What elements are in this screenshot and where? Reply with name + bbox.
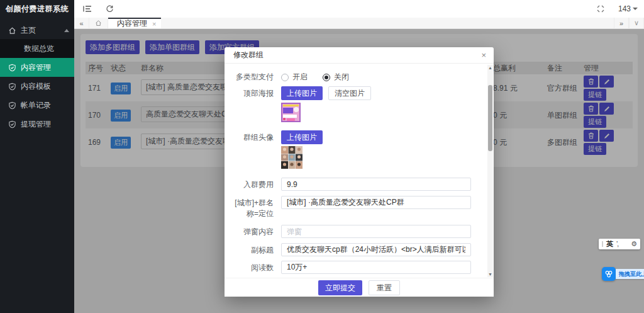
field-join-fee: 入群费用 [233, 178, 471, 191]
radio-label: 关闭 [334, 72, 349, 83]
field-label: 多类型支付 [233, 70, 274, 83]
sidebar-item-label: 内容模板 [21, 81, 51, 92]
field-label: [城市]+群名称=定位 [233, 196, 274, 219]
radio-pay-off[interactable]: 关闭 [323, 72, 349, 83]
tabs-more-icon[interactable]: ∨ [629, 18, 644, 28]
clear-poster-button[interactable]: 清空图片 [328, 86, 371, 100]
read-count-input[interactable] [281, 261, 471, 274]
submit-button[interactable]: 立即提交 [318, 280, 362, 295]
refresh-icon[interactable] [106, 5, 114, 13]
reset-button[interactable]: 重置 [369, 280, 400, 295]
field-popup-content: 弹窗内容 [233, 225, 471, 238]
message-count: 143 [618, 4, 631, 13]
popup-content-input[interactable] [281, 225, 471, 238]
field-label: 弹窗内容 [233, 225, 274, 237]
field-subtitle: 副标题 [233, 243, 471, 256]
sidebar-item-label: 主页 [21, 25, 36, 36]
caret-down-icon [633, 8, 638, 10]
sidebar-item-label: 内容管理 [21, 62, 51, 73]
ime-language-indicator[interactable]: 英 [606, 239, 613, 249]
upload-poster-button[interactable]: 上传图片 [281, 86, 323, 100]
poster-preview-image[interactable] [281, 103, 471, 124]
field-label: 群组头像 [233, 130, 274, 143]
modal-body: 多类型支付 开启 关闭 顶部海报 上传图片 清空图片 [225, 64, 485, 278]
chevron-up-icon [64, 29, 69, 32]
top-toolbar: 143 [74, 0, 644, 18]
sidebar-item-overview[interactable]: 数据总览 [0, 39, 74, 58]
fullscreen-icon[interactable] [597, 5, 604, 13]
home-icon [8, 26, 16, 35]
upload-drop-widget[interactable]: 拖拽至此上传 [602, 267, 644, 281]
sidebar-item-home[interactable]: 主页 [0, 21, 74, 39]
avatar-preview-image[interactable] [281, 146, 471, 171]
ime-toolbar[interactable]: 英 ’, ⚙ [599, 239, 640, 249]
tab-home-icon[interactable] [89, 18, 108, 28]
message-count-dropdown[interactable]: 143 [618, 4, 638, 13]
shield-check-icon [8, 64, 16, 72]
sidebar-item-withdraw-manage[interactable]: 提现管理 [0, 115, 74, 134]
sidebar-item-content-template[interactable]: 内容模板 [0, 77, 74, 96]
sidebar-item-label: 帐单记录 [21, 100, 51, 111]
shield-check-icon [8, 101, 16, 110]
scroll-down-icon[interactable]: ▼ [487, 271, 493, 277]
tabs-scroll-left[interactable]: « [74, 18, 89, 28]
field-label: 副标题 [233, 243, 274, 256]
sidebar: 创颜付费进群系统 主页 数据总览 内容管理 内容模板 帐单记录 提现管理 [0, 0, 74, 313]
tab-content-manage[interactable]: 内容管理 × [108, 18, 161, 28]
collapse-menu-icon[interactable] [83, 5, 92, 13]
radio-circle-icon [323, 74, 330, 81]
modal-header: 修改群组 × [225, 47, 494, 64]
modal-title: 修改群组 [233, 50, 264, 60]
modal-footer: 立即提交 重置 [225, 278, 494, 297]
tab-label: 内容管理 [117, 18, 147, 29]
group-name-input[interactable] [281, 196, 471, 209]
edit-group-modal: 修改群组 × 多类型支付 开启 关闭 顶部海报 上传图片 清空图片 [225, 47, 494, 297]
field-pay-type: 多类型支付 开启 关闭 [233, 70, 471, 83]
field-group-name: [城市]+群名称=定位 [233, 196, 471, 219]
gear-icon[interactable]: ⚙ [631, 240, 637, 248]
upload-avatar-button[interactable]: 上传图片 [281, 130, 323, 144]
upload-cloud-icon[interactable] [602, 267, 616, 281]
close-icon[interactable]: × [481, 50, 486, 60]
modal-scrollbar[interactable]: ▲ ▼ [487, 65, 493, 277]
radio-label: 开启 [292, 72, 308, 83]
radio-pay-on[interactable]: 开启 [281, 72, 308, 83]
field-group-avatar: 群组头像 上传图片 [233, 130, 471, 144]
ime-punctuation-indicator[interactable]: ’, [616, 241, 618, 248]
join-fee-input[interactable] [281, 178, 471, 191]
subtitle-input[interactable] [281, 243, 471, 256]
tabs-scroll-right[interactable]: » [614, 18, 629, 28]
field-read-count: 阅读数 [233, 261, 471, 274]
scrollbar-thumb[interactable] [488, 85, 492, 151]
field-top-poster: 顶部海报 上传图片 清空图片 [233, 86, 471, 100]
sidebar-item-content-manage[interactable]: 内容管理 [0, 58, 74, 77]
tab-bar: « 内容管理 × » ∨ [74, 18, 644, 29]
ime-drag-handle[interactable] [602, 241, 603, 247]
app-title: 创颜付费进群系统 [0, 0, 74, 18]
scroll-up-icon[interactable]: ▲ [487, 65, 493, 71]
radio-circle-icon [281, 74, 289, 81]
sidebar-item-label: 提现管理 [21, 119, 51, 130]
shield-check-icon [8, 83, 16, 91]
sidebar-item-label: 数据总览 [24, 43, 54, 54]
field-label: 阅读数 [233, 261, 274, 273]
field-label: 入群费用 [233, 178, 274, 190]
field-label: 顶部海报 [233, 86, 274, 99]
upload-hint-label: 拖拽至此上传 [616, 269, 644, 279]
shield-check-icon [8, 120, 16, 128]
sidebar-item-bill-record[interactable]: 帐单记录 [0, 96, 74, 115]
tab-close-icon[interactable]: × [152, 20, 156, 28]
